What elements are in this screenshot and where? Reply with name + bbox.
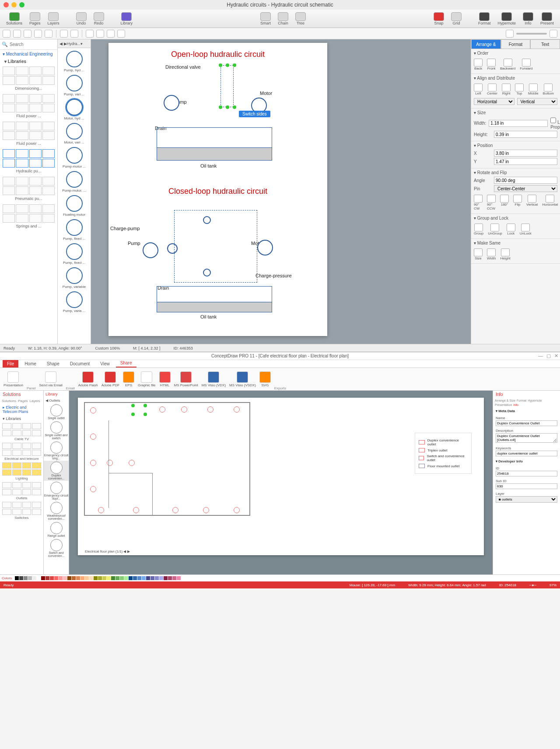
rb-svg[interactable]: SVG xyxy=(259,371,271,387)
layer-select[interactable]: ■ outlets xyxy=(496,496,557,503)
handle-icon[interactable] xyxy=(233,105,236,109)
color-swatch[interactable] xyxy=(102,576,106,580)
align-left[interactable]: Left xyxy=(474,84,483,95)
win-shape-item[interactable]: Range outlet xyxy=(44,521,69,538)
align-middle[interactable]: Middle xyxy=(528,84,539,95)
rb-pdf[interactable]: Adobe PDF xyxy=(102,371,119,387)
outlet-symbol[interactable] xyxy=(90,486,96,492)
win-shape-item[interactable]: Single outlet xyxy=(44,403,69,420)
pump-symbol[interactable] xyxy=(164,95,179,111)
win-plan-category[interactable]: ▸ Electric and Telecom Plans xyxy=(0,404,43,415)
win-shape-item[interactable]: Emergency circuit sing... xyxy=(44,441,69,461)
handle-icon[interactable] xyxy=(219,63,222,67)
color-swatch[interactable] xyxy=(150,576,154,580)
library-group[interactable]: Fluid power ... xyxy=(0,120,57,147)
shape-item[interactable]: Pump, variable xyxy=(62,267,87,289)
color-swatch[interactable] xyxy=(164,576,168,580)
win-shapes-crumb[interactable]: ◀ Outlets xyxy=(44,398,69,403)
win-solutions-tabs[interactable]: SolutionsPagesLayers xyxy=(0,398,43,404)
canvas-page[interactable]: Open-loop hudraulic circuit Directional … xyxy=(108,43,327,336)
color-swatch[interactable] xyxy=(129,576,133,580)
win-info-tabs[interactable]: Arrange & SizeFormatHypernotePresentatio… xyxy=(493,398,560,407)
shape-item[interactable]: Pump-motor ... xyxy=(62,147,87,168)
snap-button[interactable]: Snap xyxy=(431,11,447,26)
ungroup-btn[interactable]: UnGroup xyxy=(488,224,502,235)
name-input[interactable] xyxy=(496,420,557,426)
pages-button[interactable]: Pages xyxy=(27,11,43,26)
lock-proportions[interactable] xyxy=(550,117,556,124)
tree-button[interactable]: Tree xyxy=(293,11,308,26)
connector4-icon[interactable] xyxy=(117,30,125,38)
rotate-ccw[interactable]: 90° CCW xyxy=(487,195,496,210)
shape-item[interactable]: Floating motor xyxy=(62,195,87,217)
unlock-btn[interactable]: UnLock xyxy=(520,224,532,235)
shape-item[interactable]: Motor, vari ... xyxy=(62,123,87,144)
rb-vsdx[interactable]: MS Visio (VSDX) xyxy=(229,371,256,387)
color-swatch[interactable] xyxy=(15,576,19,580)
win-maximize-icon[interactable]: ▢ xyxy=(546,353,551,359)
tab-file[interactable]: File xyxy=(3,360,18,368)
info-button[interactable]: Info xyxy=(520,11,536,26)
win-shape-item[interactable]: Emergency circuit dupl... xyxy=(44,481,69,501)
outlet-symbol[interactable] xyxy=(234,507,240,513)
tab-shape[interactable]: Shape xyxy=(42,360,64,368)
win-page[interactable]: Duplex convenience outlet Triplex outlet… xyxy=(78,398,484,555)
tooltip-switch-sides[interactable]: Switch sides xyxy=(239,111,270,117)
win-zoom-slider[interactable]: ─●─ xyxy=(529,583,536,587)
same-size[interactable]: Size xyxy=(474,248,483,260)
order-backward[interactable]: Backward xyxy=(500,59,515,70)
win-library-group[interactable]: Electrical and telecom xyxy=(0,442,43,462)
connector1-icon[interactable] xyxy=(86,30,94,38)
hypernote-button[interactable]: Hypernote xyxy=(495,11,518,26)
outlet-symbol[interactable] xyxy=(90,434,96,440)
color-swatch[interactable] xyxy=(89,576,93,580)
group-btn[interactable]: Group xyxy=(474,224,483,235)
zoom-slider[interactable] xyxy=(516,33,547,35)
solutions-category[interactable]: ▾ Mechanical Engineering xyxy=(0,50,57,58)
shape-item[interactable]: Motor, hyd ... xyxy=(62,99,87,120)
win-close-icon[interactable]: ✕ xyxy=(554,353,558,359)
tab-view[interactable]: View xyxy=(96,360,114,368)
outlet-symbol[interactable] xyxy=(90,460,96,466)
color-swatch[interactable] xyxy=(67,576,71,580)
color-swatch[interactable] xyxy=(24,576,28,580)
color-swatch[interactable] xyxy=(177,576,181,580)
align-right[interactable]: Right xyxy=(502,84,511,95)
outlet-symbol[interactable] xyxy=(129,460,135,466)
motor-symbol-2[interactable] xyxy=(257,240,273,256)
x-input[interactable] xyxy=(494,150,557,157)
selected-outlet[interactable] xyxy=(133,406,145,414)
library-group[interactable]: Dimensioning... xyxy=(0,65,57,92)
directional-valve[interactable] xyxy=(220,65,234,107)
color-swatch[interactable] xyxy=(19,576,23,580)
outlet-symbol[interactable] xyxy=(181,406,187,413)
layers-button[interactable]: Layers xyxy=(45,11,62,26)
dist-vertical[interactable]: Vertical xyxy=(517,98,558,105)
shape-item[interactable]: Pump-motor, ... xyxy=(62,171,87,192)
library-group[interactable]: Hydraulic pu... xyxy=(0,147,57,175)
flip-vertical[interactable]: Vertical xyxy=(526,195,538,210)
desc-input[interactable]: Duplex Convenience Outlet [Outlets.cdl] xyxy=(496,433,557,443)
win-shape-item[interactable]: Duplex convenien... xyxy=(44,461,69,481)
y-input[interactable] xyxy=(494,158,557,165)
color-swatch[interactable] xyxy=(146,576,150,580)
shape-item[interactable]: Pump, fixed ... xyxy=(62,243,87,265)
connector3-icon[interactable] xyxy=(107,30,115,38)
redo-button[interactable]: Redo xyxy=(91,11,107,26)
rb-eps[interactable]: EPS xyxy=(123,371,134,387)
height-input[interactable] xyxy=(494,131,557,138)
lock-btn[interactable]: Lock xyxy=(507,224,515,235)
color-swatch[interactable] xyxy=(50,576,54,580)
rb-ppt[interactable]: MS PowerPoint xyxy=(174,371,198,387)
angle-input[interactable] xyxy=(494,177,557,184)
solutions-button[interactable]: Solutions xyxy=(4,11,25,26)
color-swatch[interactable] xyxy=(124,576,128,580)
zoom-out-icon[interactable] xyxy=(506,30,514,38)
color-swatch[interactable] xyxy=(111,576,115,580)
pin-select[interactable]: Center-Center xyxy=(494,185,557,192)
present-button[interactable]: Present xyxy=(538,11,556,26)
color-swatch[interactable] xyxy=(72,576,76,580)
connector2-icon[interactable] xyxy=(96,30,104,38)
outlet-symbol[interactable] xyxy=(172,507,178,513)
handle-icon[interactable] xyxy=(233,63,236,67)
